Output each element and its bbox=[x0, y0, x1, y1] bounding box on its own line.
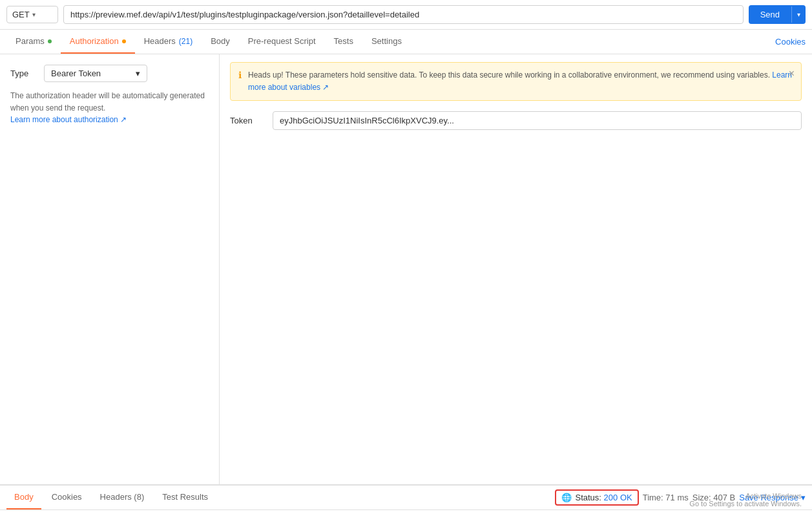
tab-tests-label: Tests bbox=[334, 36, 353, 46]
activate-windows-notice: Activate Windows Go to Settings to activ… bbox=[689, 492, 802, 508]
resp-tab-cookies-label: Cookies bbox=[52, 492, 82, 502]
cookies-link[interactable]: Cookies bbox=[775, 37, 806, 47]
tab-tests[interactable]: Tests bbox=[325, 30, 362, 54]
resp-tab-headers[interactable]: Headers (8) bbox=[92, 486, 152, 509]
type-row: Type Bearer Token ▾ bbox=[10, 65, 209, 82]
url-input[interactable] bbox=[63, 5, 744, 24]
token-input[interactable] bbox=[273, 111, 802, 130]
authorization-dot bbox=[122, 39, 126, 43]
tab-params-label: Params bbox=[16, 36, 45, 46]
learn-more-auth-link[interactable]: Learn more about authorization ↗ bbox=[10, 115, 127, 124]
tab-authorization-label: Authorization bbox=[70, 36, 119, 46]
tab-params[interactable]: Params bbox=[6, 30, 61, 54]
headers-count: (21) bbox=[179, 37, 193, 46]
token-row: Token bbox=[230, 111, 802, 130]
info-banner: ℹ Heads up! These parameters hold sensit… bbox=[230, 62, 802, 101]
tab-settings[interactable]: Settings bbox=[362, 30, 411, 54]
method-select[interactable]: GET ▾ bbox=[6, 6, 58, 23]
tab-settings-label: Settings bbox=[371, 36, 402, 46]
send-arrow-icon[interactable]: ▾ bbox=[791, 6, 806, 23]
tab-authorization[interactable]: Authorization bbox=[61, 30, 135, 54]
params-dot bbox=[48, 39, 52, 43]
tab-body-label: Body bbox=[211, 36, 230, 46]
main-tabs: Params Authorization Headers (21) Body P… bbox=[0, 30, 812, 54]
resp-tab-testresults-label: Test Results bbox=[162, 492, 208, 502]
type-select[interactable]: Bearer Token ▾ bbox=[44, 65, 147, 82]
banner-text: Heads up! These parameters hold sensitiv… bbox=[248, 69, 793, 94]
type-value: Bearer Token bbox=[51, 69, 101, 78]
resp-tab-body[interactable]: Body bbox=[6, 486, 41, 509]
resp-tab-body-label: Body bbox=[14, 492, 34, 502]
status-text: Status: 200 OK bbox=[576, 493, 632, 502]
save-chevron-icon: ▾ bbox=[801, 493, 806, 502]
status-badge: 🌐 Status: 200 OK bbox=[555, 489, 639, 506]
url-bar: GET ▾ Send ▾ bbox=[0, 0, 812, 30]
token-label: Token bbox=[230, 116, 262, 125]
method-chevron-icon: ▾ bbox=[32, 11, 36, 18]
auth-panel: Type Bearer Token ▾ The authorization he… bbox=[0, 54, 220, 484]
main-content: Type Bearer Token ▾ The authorization he… bbox=[0, 54, 812, 484]
type-label: Type bbox=[10, 69, 36, 78]
resp-tab-cookies[interactable]: Cookies bbox=[44, 486, 90, 509]
send-label: Send bbox=[749, 5, 791, 24]
format-row: Pretty Raw Preview Visualize JSON ▾ ≡ ⧉ … bbox=[0, 510, 812, 514]
resp-tab-testresults[interactable]: Test Results bbox=[154, 486, 216, 509]
tab-prerequest[interactable]: Pre-request Script bbox=[239, 30, 325, 54]
tab-headers[interactable]: Headers (21) bbox=[135, 30, 202, 54]
globe-icon: 🌐 bbox=[561, 493, 572, 502]
resp-tab-headers-label: Headers (8) bbox=[100, 492, 145, 502]
auth-description: The authorization header will be automat… bbox=[10, 90, 209, 114]
status-code: 200 OK bbox=[604, 493, 632, 502]
close-banner-icon[interactable]: × bbox=[789, 68, 795, 80]
right-panel: ℹ Heads up! These parameters hold sensit… bbox=[220, 54, 812, 484]
tab-body[interactable]: Body bbox=[202, 30, 239, 54]
method-label: GET bbox=[12, 10, 30, 19]
type-chevron-icon: ▾ bbox=[136, 69, 140, 78]
info-icon: ℹ bbox=[238, 70, 242, 80]
response-time: Time: 71 ms bbox=[643, 493, 689, 502]
tab-prerequest-label: Pre-request Script bbox=[248, 36, 316, 46]
tab-headers-label: Headers bbox=[144, 36, 176, 46]
send-button[interactable]: Send ▾ bbox=[749, 5, 806, 24]
